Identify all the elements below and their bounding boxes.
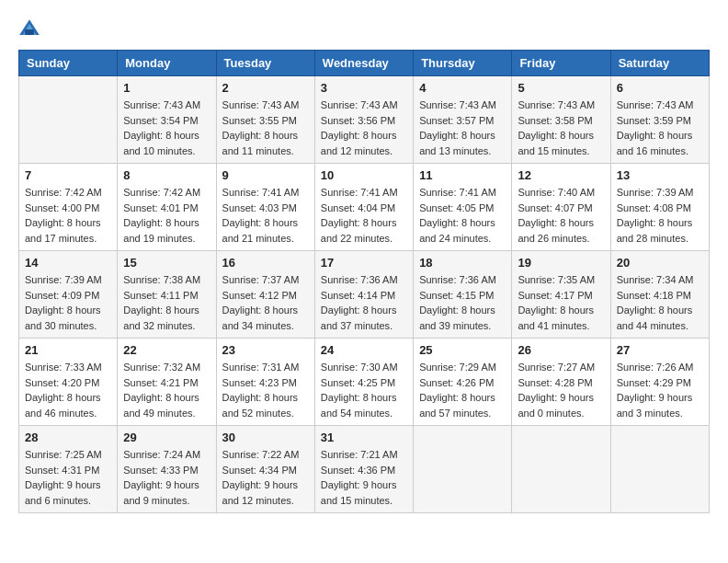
day-number: 6 <box>617 81 703 95</box>
day-number: 24 <box>321 343 407 357</box>
calendar-cell: 30Sunrise: 7:22 AMSunset: 4:34 PMDayligh… <box>216 426 314 513</box>
day-number: 29 <box>123 431 210 444</box>
calendar-week-row: 14Sunrise: 7:39 AMSunset: 4:09 PMDayligh… <box>19 251 710 339</box>
calendar-week-row: 7Sunrise: 7:42 AMSunset: 4:00 PMDaylight… <box>19 164 710 251</box>
calendar-table: SundayMondayTuesdayWednesdayThursdayFrid… <box>18 50 710 513</box>
calendar-cell: 23Sunrise: 7:31 AMSunset: 4:23 PMDayligh… <box>216 339 314 426</box>
day-number: 9 <box>222 168 309 182</box>
logo <box>18 18 44 40</box>
calendar-cell: 14Sunrise: 7:39 AMSunset: 4:09 PMDayligh… <box>19 251 118 339</box>
day-number: 17 <box>321 256 407 270</box>
weekday-header-sunday: Sunday <box>19 51 118 76</box>
day-number: 26 <box>518 343 604 357</box>
cell-sun-info: Sunrise: 7:36 AMSunset: 4:14 PMDaylight:… <box>321 272 407 333</box>
day-number: 10 <box>321 168 407 182</box>
calendar-cell: 1Sunrise: 7:43 AMSunset: 3:54 PMDaylight… <box>118 76 216 164</box>
cell-sun-info: Sunrise: 7:31 AMSunset: 4:23 PMDaylight:… <box>222 360 309 420</box>
calendar-cell <box>19 76 118 164</box>
weekday-header-friday: Friday <box>512 51 610 76</box>
day-number: 18 <box>419 256 506 270</box>
cell-sun-info: Sunrise: 7:32 AMSunset: 4:21 PMDaylight:… <box>123 360 210 420</box>
calendar-cell: 19Sunrise: 7:35 AMSunset: 4:17 PMDayligh… <box>512 251 610 339</box>
calendar-cell: 27Sunrise: 7:26 AMSunset: 4:29 PMDayligh… <box>610 339 709 426</box>
calendar-cell: 5Sunrise: 7:43 AMSunset: 3:58 PMDaylight… <box>512 76 610 164</box>
weekday-header-row: SundayMondayTuesdayWednesdayThursdayFrid… <box>19 51 710 76</box>
calendar-cell: 26Sunrise: 7:27 AMSunset: 4:28 PMDayligh… <box>512 339 610 426</box>
calendar-cell <box>512 426 610 513</box>
calendar-cell: 24Sunrise: 7:30 AMSunset: 4:25 PMDayligh… <box>314 339 413 426</box>
cell-sun-info: Sunrise: 7:27 AMSunset: 4:28 PMDaylight:… <box>518 360 604 420</box>
cell-sun-info: Sunrise: 7:34 AMSunset: 4:18 PMDaylight:… <box>617 272 703 333</box>
cell-sun-info: Sunrise: 7:43 AMSunset: 3:55 PMDaylight:… <box>222 98 309 158</box>
cell-sun-info: Sunrise: 7:36 AMSunset: 4:15 PMDaylight:… <box>419 272 506 333</box>
calendar-cell: 16Sunrise: 7:37 AMSunset: 4:12 PMDayligh… <box>216 251 314 339</box>
calendar-cell: 3Sunrise: 7:43 AMSunset: 3:56 PMDaylight… <box>314 76 413 164</box>
day-number: 30 <box>222 431 309 444</box>
calendar-week-row: 28Sunrise: 7:25 AMSunset: 4:31 PMDayligh… <box>19 426 710 513</box>
day-number: 28 <box>25 431 111 444</box>
weekday-header-wednesday: Wednesday <box>314 51 413 76</box>
svg-rect-2 <box>25 29 34 35</box>
day-number: 23 <box>222 343 309 357</box>
day-number: 25 <box>419 343 506 357</box>
cell-sun-info: Sunrise: 7:38 AMSunset: 4:11 PMDaylight:… <box>123 272 210 333</box>
cell-sun-info: Sunrise: 7:42 AMSunset: 4:01 PMDaylight:… <box>123 185 210 246</box>
day-number: 22 <box>123 343 210 357</box>
calendar-cell: 13Sunrise: 7:39 AMSunset: 4:08 PMDayligh… <box>610 164 709 251</box>
calendar-cell: 21Sunrise: 7:33 AMSunset: 4:20 PMDayligh… <box>19 339 118 426</box>
calendar-cell: 20Sunrise: 7:34 AMSunset: 4:18 PMDayligh… <box>610 251 709 339</box>
cell-sun-info: Sunrise: 7:26 AMSunset: 4:29 PMDaylight:… <box>617 360 703 420</box>
day-number: 31 <box>321 431 407 444</box>
day-number: 2 <box>222 81 309 95</box>
calendar-week-row: 21Sunrise: 7:33 AMSunset: 4:20 PMDayligh… <box>19 339 710 426</box>
day-number: 8 <box>123 168 210 182</box>
calendar-cell: 17Sunrise: 7:36 AMSunset: 4:14 PMDayligh… <box>314 251 413 339</box>
cell-sun-info: Sunrise: 7:37 AMSunset: 4:12 PMDaylight:… <box>222 272 309 333</box>
day-number: 4 <box>419 81 506 95</box>
cell-sun-info: Sunrise: 7:21 AMSunset: 4:36 PMDaylight:… <box>321 447 407 508</box>
calendar-cell: 31Sunrise: 7:21 AMSunset: 4:36 PMDayligh… <box>314 426 413 513</box>
day-number: 12 <box>518 168 604 182</box>
cell-sun-info: Sunrise: 7:43 AMSunset: 3:56 PMDaylight:… <box>321 98 407 158</box>
cell-sun-info: Sunrise: 7:29 AMSunset: 4:26 PMDaylight:… <box>419 360 506 420</box>
cell-sun-info: Sunrise: 7:39 AMSunset: 4:08 PMDaylight:… <box>617 185 703 246</box>
cell-sun-info: Sunrise: 7:33 AMSunset: 4:20 PMDaylight:… <box>25 360 111 420</box>
day-number: 27 <box>617 343 703 357</box>
calendar-cell: 12Sunrise: 7:40 AMSunset: 4:07 PMDayligh… <box>512 164 610 251</box>
weekday-header-monday: Monday <box>118 51 216 76</box>
cell-sun-info: Sunrise: 7:30 AMSunset: 4:25 PMDaylight:… <box>321 360 407 420</box>
day-number: 21 <box>25 343 111 357</box>
day-number: 14 <box>25 256 111 270</box>
logo-icon <box>18 18 40 40</box>
cell-sun-info: Sunrise: 7:41 AMSunset: 4:04 PMDaylight:… <box>321 185 407 246</box>
cell-sun-info: Sunrise: 7:43 AMSunset: 3:58 PMDaylight:… <box>518 98 604 158</box>
cell-sun-info: Sunrise: 7:41 AMSunset: 4:05 PMDaylight:… <box>419 185 506 246</box>
day-number: 16 <box>222 256 309 270</box>
cell-sun-info: Sunrise: 7:43 AMSunset: 3:57 PMDaylight:… <box>419 98 506 158</box>
cell-sun-info: Sunrise: 7:40 AMSunset: 4:07 PMDaylight:… <box>518 185 604 246</box>
calendar-cell: 8Sunrise: 7:42 AMSunset: 4:01 PMDaylight… <box>118 164 216 251</box>
day-number: 5 <box>518 81 604 95</box>
calendar-cell: 29Sunrise: 7:24 AMSunset: 4:33 PMDayligh… <box>118 426 216 513</box>
day-number: 19 <box>518 256 604 270</box>
calendar-cell: 25Sunrise: 7:29 AMSunset: 4:26 PMDayligh… <box>414 339 512 426</box>
calendar-cell: 7Sunrise: 7:42 AMSunset: 4:00 PMDaylight… <box>19 164 118 251</box>
calendar-cell: 6Sunrise: 7:43 AMSunset: 3:59 PMDaylight… <box>610 76 709 164</box>
calendar-cell: 11Sunrise: 7:41 AMSunset: 4:05 PMDayligh… <box>414 164 512 251</box>
day-number: 7 <box>25 168 111 182</box>
calendar-cell: 10Sunrise: 7:41 AMSunset: 4:04 PMDayligh… <box>314 164 413 251</box>
calendar-cell <box>414 426 512 513</box>
calendar-cell: 18Sunrise: 7:36 AMSunset: 4:15 PMDayligh… <box>414 251 512 339</box>
calendar-cell: 9Sunrise: 7:41 AMSunset: 4:03 PMDaylight… <box>216 164 314 251</box>
day-number: 11 <box>419 168 506 182</box>
page-header <box>18 18 710 40</box>
cell-sun-info: Sunrise: 7:43 AMSunset: 3:54 PMDaylight:… <box>123 98 210 158</box>
cell-sun-info: Sunrise: 7:22 AMSunset: 4:34 PMDaylight:… <box>222 447 309 508</box>
cell-sun-info: Sunrise: 7:43 AMSunset: 3:59 PMDaylight:… <box>617 98 703 158</box>
weekday-header-saturday: Saturday <box>610 51 709 76</box>
weekday-header-thursday: Thursday <box>414 51 512 76</box>
calendar-cell: 22Sunrise: 7:32 AMSunset: 4:21 PMDayligh… <box>118 339 216 426</box>
cell-sun-info: Sunrise: 7:42 AMSunset: 4:00 PMDaylight:… <box>25 185 111 246</box>
cell-sun-info: Sunrise: 7:41 AMSunset: 4:03 PMDaylight:… <box>222 185 309 246</box>
day-number: 15 <box>123 256 210 270</box>
